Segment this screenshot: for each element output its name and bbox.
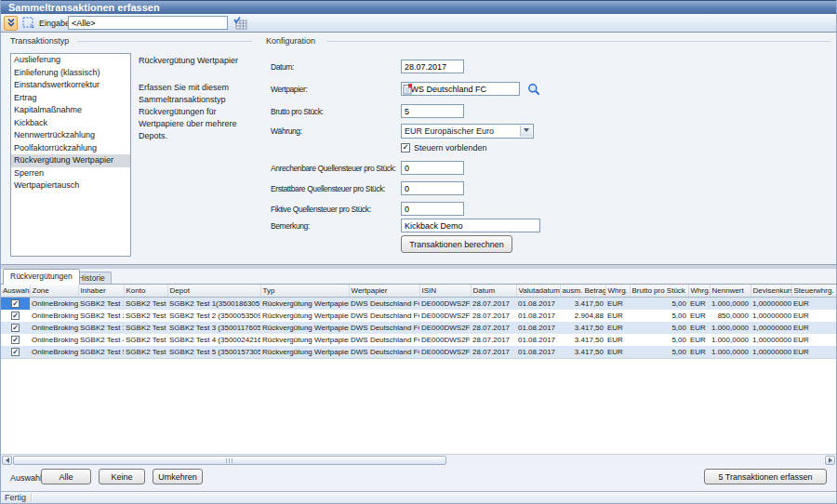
cell-isin[interactable]: DE000DWS2F23: [419, 346, 471, 359]
row-select-cell[interactable]: [1, 334, 30, 346]
cell-valutadatum[interactable]: 01.08.2017: [516, 310, 560, 322]
column-header[interactable]: Datum: [471, 285, 516, 297]
erstattbare-quellensteuer-input[interactable]: [401, 181, 464, 195]
apply-filter-icon[interactable]: [233, 17, 248, 30]
column-header[interactable]: Devisenkurs: [751, 285, 791, 297]
cell-whrg2[interactable]: EUR: [688, 322, 710, 334]
cell-ausm_betrag[interactable]: 3.417,50: [560, 322, 605, 334]
transaktionen-berechnen-button[interactable]: Transaktionen berechnen: [401, 235, 512, 253]
cell-nennwert[interactable]: 1.000,0000: [710, 346, 751, 359]
column-header[interactable]: Typ: [260, 285, 349, 297]
table-row[interactable]: OnlineBroking-SGBK2 Test 1SGBK2 Test 1SG…: [1, 297, 837, 310]
cell-isin[interactable]: DE000DWS2F23: [419, 297, 471, 310]
collapse-toolbar-button[interactable]: [4, 16, 18, 31]
cell-datum[interactable]: 28.07.2017: [471, 334, 516, 346]
cell-isin[interactable]: DE000DWS2F23: [419, 310, 471, 322]
cell-whrg1[interactable]: EUR: [605, 297, 630, 310]
fiktive-quellensteuer-input[interactable]: [401, 202, 464, 216]
table-row[interactable]: OnlineBroking-SGBK2 Test 3SGBK2 Test 3SG…: [1, 322, 837, 334]
steuern-vorblenden-checkbox[interactable]: [401, 143, 410, 153]
tab-rueckverguetungen[interactable]: Rückvergütungen: [3, 269, 80, 285]
cell-datum[interactable]: 28.07.2017: [471, 297, 516, 310]
row-checkbox[interactable]: [11, 324, 20, 332]
cell-whrg2[interactable]: EUR: [688, 310, 710, 322]
row-select-cell[interactable]: [1, 346, 30, 359]
row-checkbox[interactable]: [11, 336, 20, 344]
column-header[interactable]: Valutadatum: [516, 285, 560, 297]
row-checkbox[interactable]: [11, 312, 20, 320]
cell-inhaber[interactable]: SGBK2 Test 4: [78, 334, 124, 346]
cell-nennwert[interactable]: 850,0000: [710, 310, 751, 322]
cell-zone[interactable]: OnlineBroking-: [30, 310, 78, 322]
horizontal-scrollbar[interactable]: [1, 454, 836, 465]
transaktionstyp-item[interactable]: Sperren: [11, 167, 130, 180]
cell-brutto[interactable]: 5,00: [630, 297, 688, 310]
transaktionstyp-item[interactable]: Kapitalmaßnahme: [11, 104, 130, 117]
cell-inhaber[interactable]: SGBK2 Test 3: [78, 322, 124, 334]
eingabe-input[interactable]: [68, 16, 228, 30]
cell-konto[interactable]: SGBK2 Test 2: [124, 310, 167, 322]
cell-wertpapier[interactable]: DWS Deutschland FC: [349, 322, 419, 334]
cell-ausm_betrag[interactable]: 3.417,50: [560, 297, 605, 310]
alle-button[interactable]: Alle: [41, 469, 91, 484]
umkehren-button[interactable]: Umkehren: [153, 469, 203, 484]
cell-ausm_betrag[interactable]: 2.904,88: [560, 310, 605, 322]
cell-datum[interactable]: 28.07.2017: [471, 346, 516, 359]
column-header[interactable]: Steuerwhrg.: [791, 285, 837, 297]
row-checkbox[interactable]: [11, 299, 20, 308]
chevron-down-icon[interactable]: [520, 126, 532, 137]
datum-input[interactable]: [401, 60, 464, 73]
table-row[interactable]: OnlineBroking-SGBK2 Test 5SGBK2 Test 5SG…: [1, 346, 837, 359]
cell-nennwert[interactable]: 1.000,0000: [710, 297, 751, 310]
cell-steuerwhrg[interactable]: EUR: [791, 346, 837, 359]
cell-zone[interactable]: OnlineBroking-: [30, 297, 78, 310]
cell-typ[interactable]: Rückvergütung Wertpapier: [260, 334, 349, 346]
transaktionstyp-item[interactable]: Rückvergütung Wertpapier: [11, 154, 130, 167]
row-select-cell[interactable]: [1, 297, 30, 310]
column-header[interactable]: Wertpapier: [349, 285, 419, 297]
cell-whrg2[interactable]: EUR: [688, 346, 710, 359]
cell-brutto[interactable]: 5,00: [630, 334, 688, 346]
select-area-icon[interactable]: [22, 17, 35, 30]
column-header[interactable]: Brutto pro Stück: [630, 285, 688, 297]
cell-devisenkurs[interactable]: 1,00000000: [751, 334, 791, 346]
column-header[interactable]: ausm. Betrag: [560, 285, 605, 297]
scroll-right-arrow[interactable]: [825, 456, 835, 465]
column-header[interactable]: Depot: [167, 285, 260, 297]
column-header[interactable]: Auswahl: [1, 285, 30, 297]
cell-isin[interactable]: DE000DWS2F23: [419, 322, 471, 334]
column-header[interactable]: Zone: [30, 285, 78, 297]
bemerkung-input[interactable]: [401, 219, 540, 232]
cell-valutadatum[interactable]: 01.08.2017: [516, 322, 560, 334]
cell-typ[interactable]: Rückvergütung Wertpapier: [260, 310, 349, 322]
transaktionstyp-item[interactable]: Wertpapiertausch: [11, 179, 130, 192]
cell-brutto[interactable]: 5,00: [630, 322, 688, 334]
keine-button[interactable]: Keine: [99, 469, 145, 484]
cell-depot[interactable]: SGBK2 Test 5 (3500157305): [167, 346, 260, 359]
cell-whrg1[interactable]: EUR: [605, 334, 630, 346]
transaktionstyp-item[interactable]: Nennwertrückzahlung: [11, 129, 130, 142]
transaktionstyp-item[interactable]: Einlieferung (klassisch): [11, 67, 130, 80]
anrechenbare-quellensteuer-input[interactable]: [401, 161, 464, 175]
cell-depot[interactable]: SGBK2 Test 3 (3500117605): [167, 322, 260, 334]
cell-inhaber[interactable]: SGBK2 Test 5: [78, 346, 124, 359]
cell-steuerwhrg[interactable]: EUR: [791, 297, 837, 310]
cell-whrg1[interactable]: EUR: [605, 322, 630, 334]
cell-depot[interactable]: SGBK2 Test 2 (3500053509): [167, 310, 260, 322]
cell-zone[interactable]: OnlineBroking-: [30, 346, 78, 359]
cell-zone[interactable]: OnlineBroking-: [30, 334, 78, 346]
cell-devisenkurs[interactable]: 1,00000000: [751, 297, 791, 310]
column-header[interactable]: Whrg.: [688, 285, 710, 297]
column-header[interactable]: Whrg.: [605, 285, 630, 297]
transaktionstyp-item[interactable]: Einstandswertkorrektur: [11, 79, 130, 92]
transaktionstyp-listbox[interactable]: AuslieferungEinlieferung (klassisch)Eins…: [10, 53, 131, 257]
cell-typ[interactable]: Rückvergütung Wertpapier: [260, 346, 349, 359]
scrollbar-thumb[interactable]: [13, 456, 446, 465]
transaktionen-erfassen-button[interactable]: 5 Transaktionen erfassen: [704, 469, 827, 484]
cell-valutadatum[interactable]: 01.08.2017: [516, 346, 560, 359]
cell-whrg2[interactable]: EUR: [688, 334, 710, 346]
cell-depot[interactable]: SGBK2 Test 1(3500186305): [167, 297, 260, 310]
cell-wertpapier[interactable]: DWS Deutschland FC: [349, 346, 419, 359]
row-select-cell[interactable]: [1, 310, 30, 322]
transaktionstyp-item[interactable]: Auslieferung: [11, 54, 130, 67]
